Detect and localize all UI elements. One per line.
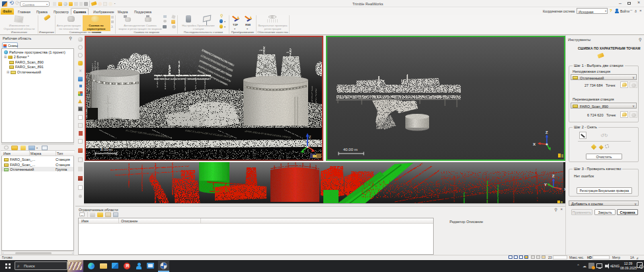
svg-text:Z: Z bbox=[545, 130, 548, 134]
svg-text:8.00 m: 8.00 m bbox=[101, 148, 112, 152]
svg-text:Z: Z bbox=[552, 174, 555, 178]
svg-text:X: X bbox=[533, 142, 536, 146]
svg-text:Y: Y bbox=[544, 183, 547, 187]
svg-text:40.00 m: 40.00 m bbox=[343, 148, 358, 152]
